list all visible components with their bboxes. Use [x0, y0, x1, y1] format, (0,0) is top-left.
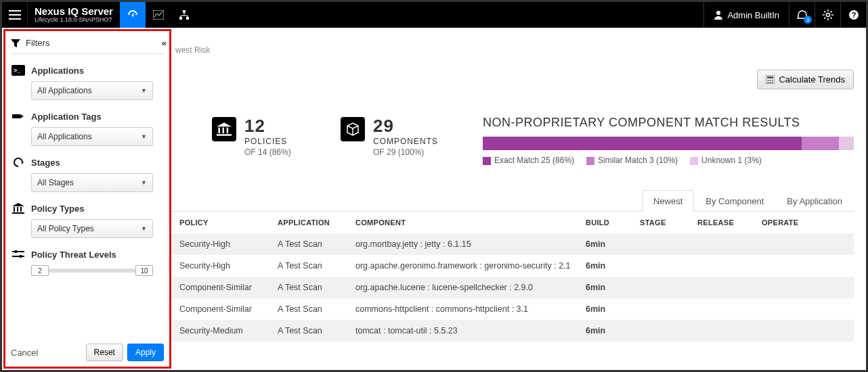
cell-policy: Security-High — [179, 239, 278, 249]
breadcrumb-fragment: west Risk — [175, 45, 854, 55]
product-name: Nexus IQ Server — [35, 6, 113, 18]
svg-rect-23 — [14, 207, 15, 212]
applications-dropdown[interactable]: All Applications▼ — [31, 81, 153, 100]
calculate-trends-button[interactable]: Calculate Trends — [757, 70, 854, 89]
product-subtitle: Lifecycle 1.18.0-SNAPSHOT — [35, 17, 113, 24]
svg-rect-40 — [223, 128, 224, 134]
col-policy: POLICY — [179, 218, 278, 227]
tab-by-application[interactable]: By Application — [775, 190, 854, 212]
match-seg-unknown — [839, 137, 854, 150]
slider-track[interactable] — [49, 269, 135, 273]
notif-badge: 3 — [804, 16, 812, 24]
stages-label: Stages — [31, 158, 60, 168]
collapse-icon[interactable]: « — [162, 38, 164, 48]
stages-dropdown[interactable]: All Stages▼ — [31, 173, 153, 192]
dashboard-icon[interactable] — [120, 2, 146, 28]
svg-rect-32 — [767, 76, 773, 78]
svg-line-17 — [824, 18, 825, 19]
cube-icon — [341, 117, 365, 141]
user-icon — [714, 10, 723, 20]
results-table: POLICY APPLICATION COMPONENT BUILD STAGE… — [171, 212, 854, 342]
slider-min-handle[interactable]: 2 — [31, 265, 49, 276]
menu-icon[interactable] — [2, 2, 28, 28]
svg-text:>_: >_ — [14, 67, 21, 74]
cell-policy: Component-Similar — [179, 283, 278, 292]
filter-icon — [11, 39, 20, 48]
col-stage: STAGE — [640, 218, 697, 227]
tab-newest[interactable]: Newest — [642, 190, 694, 212]
svg-text:?: ? — [851, 11, 856, 19]
svg-rect-42 — [217, 134, 232, 135]
svg-point-36 — [768, 82, 769, 83]
brand: Nexus IQ Server Lifecycle 1.18.0-SNAPSHO… — [28, 6, 120, 24]
user-menu[interactable]: Admin BuiltIn — [703, 2, 789, 28]
apply-button[interactable]: Apply — [127, 344, 164, 361]
org-icon[interactable] — [171, 2, 197, 28]
threat-slider[interactable]: 2 10 — [31, 265, 153, 276]
threat-label: Policy Threat Levels — [31, 250, 116, 260]
reports-icon[interactable] — [146, 2, 171, 28]
col-application: APPLICATION — [278, 218, 355, 227]
table-header: POLICY APPLICATION COMPONENT BUILD STAGE… — [171, 212, 854, 233]
cell-component: tomcat : tomcat-util : 5.5.23 — [355, 326, 586, 335]
filters-title: Filters — [26, 38, 49, 48]
svg-point-34 — [770, 80, 771, 81]
match-seg-exact — [483, 137, 802, 150]
help-icon[interactable]: ? — [840, 2, 866, 28]
col-release: RELEASE — [697, 218, 762, 227]
svg-point-37 — [770, 82, 771, 83]
cell-build: 6min — [586, 304, 640, 314]
notifications-icon[interactable]: 3 — [789, 2, 815, 28]
table-row[interactable]: Security-HighA Test Scanorg.apache.geron… — [171, 255, 854, 277]
cell-policy: Component-Similar — [179, 304, 278, 314]
results-tabs: Newest By Component By Application — [171, 189, 854, 212]
components-stat: 29 COMPONENTS OF 29 (100%) — [341, 116, 469, 165]
policy-types-dropdown[interactable]: All Policy Types▼ — [31, 219, 153, 238]
tab-by-component[interactable]: By Component — [694, 190, 775, 212]
calculator-icon — [766, 75, 775, 84]
col-build: BUILD — [586, 218, 640, 227]
cell-build: 6min — [586, 326, 640, 335]
slider-max-handle[interactable]: 10 — [135, 265, 153, 276]
svg-rect-7 — [179, 17, 182, 20]
reset-button[interactable]: Reset — [86, 344, 123, 361]
cell-build: 6min — [586, 283, 640, 292]
svg-rect-28 — [15, 250, 17, 253]
components-label: COMPONENTS — [373, 137, 438, 146]
svg-point-38 — [772, 82, 773, 83]
cell-component: org.mortbay.jetty : jetty : 6.1.15 — [355, 239, 586, 249]
cancel-link[interactable]: Cancel — [11, 348, 38, 358]
svg-rect-30 — [20, 255, 22, 258]
svg-rect-8 — [186, 17, 189, 20]
table-row[interactable]: Security-HighA Test Scanorg.mortbay.jett… — [171, 233, 854, 255]
cycle-icon — [11, 156, 26, 169]
policies-sub: OF 14 (86%) — [244, 147, 291, 157]
svg-point-35 — [772, 80, 773, 81]
bank-icon — [212, 117, 236, 141]
legend-unknown: Unknown 1 (3%) — [690, 156, 762, 165]
sliders-icon — [11, 248, 26, 261]
svg-point-10 — [826, 14, 829, 17]
filters-panel: Filters « >_ Applications All Applicatio… — [3, 29, 171, 369]
svg-rect-25 — [20, 207, 22, 212]
cell-application: A Test Scan — [278, 239, 355, 249]
svg-line-18 — [830, 11, 831, 12]
table-row[interactable]: Component-SimilarA Test Scanorg.apache.l… — [171, 277, 854, 298]
policy-types-label: Policy Types — [31, 204, 85, 214]
main-content: west Risk Calculate Trends 12 POLICIES O… — [171, 28, 866, 370]
tag-icon — [11, 110, 26, 123]
policies-label: POLICIES — [244, 137, 291, 146]
cell-application: A Test Scan — [278, 304, 355, 314]
svg-line-15 — [824, 11, 825, 12]
cell-build: 6min — [586, 239, 640, 249]
table-row[interactable]: Security-MediumA Test Scantomcat : tomca… — [171, 320, 854, 342]
table-row[interactable]: Component-SimilarA Test Scancommons-http… — [171, 298, 854, 320]
terminal-icon: >_ — [11, 64, 26, 77]
legend-exact: Exact Match 25 (86%) — [483, 156, 574, 165]
settings-icon[interactable] — [815, 2, 840, 28]
cell-policy: Security-Medium — [179, 326, 278, 335]
legend-similar: Similar Match 3 (10%) — [586, 156, 678, 165]
cell-application: A Test Scan — [278, 261, 355, 271]
app-tags-dropdown[interactable]: All Applications▼ — [31, 127, 153, 146]
cell-build: 6min — [586, 261, 640, 271]
